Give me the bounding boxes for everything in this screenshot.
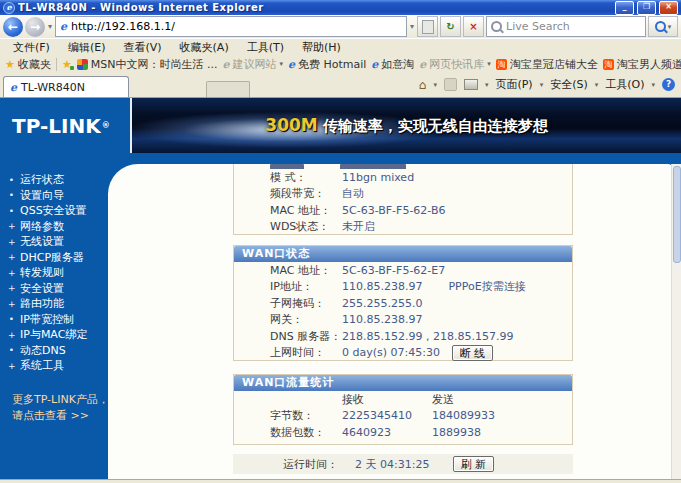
sidebar-item-ip-bandwidth-control[interactable]: •IP带宽控制 (0, 312, 108, 328)
favorite-item-msn[interactable]: MSN中文网：时尚生活 ... (77, 57, 218, 72)
bullet-icon: + (8, 221, 15, 231)
window-title: TL-WR840N - Windows Internet Explorer (18, 2, 612, 13)
favorites-button[interactable]: ★ 收藏夹 (5, 57, 51, 72)
sidebar-item-qss-security[interactable]: •QSS安全设置 (0, 203, 108, 219)
wan-traffic-box: WAN口流量统计 接收 发送 字节数： 2225345410 184089933… (233, 374, 573, 445)
page-scrollbar[interactable] (671, 164, 681, 479)
ie-page-icon: e (288, 58, 295, 71)
sidebar-item-wireless-settings[interactable]: +无线设置 (0, 234, 108, 250)
favorite-item-taobao-men[interactable]: 淘 淘宝男人频道-淘宝网最... (603, 57, 681, 72)
sidebar-item-forwarding-rules[interactable]: +转发规则 (0, 265, 108, 281)
traffic-header-row: 接收 发送 (234, 391, 572, 408)
send-column-header: 发送 (432, 392, 454, 407)
sidebar-item-dhcp-server[interactable]: +DHCP服务器 (0, 250, 108, 266)
menu-help[interactable]: 帮助(H) (294, 40, 349, 55)
command-bar: ⌂ ▾ ▾ 页面(P) ▾ 安全(S) ▾ 工具(O) ▾ ? (419, 77, 675, 92)
new-tab-button[interactable] (206, 81, 250, 97)
recent-pages-dropdown[interactable]: ▾ (47, 22, 53, 31)
wan-traffic-header: WAN口流量统计 (234, 375, 572, 391)
wan-status-header: WAN口状态 (234, 246, 572, 262)
search-placeholder: Live Search (506, 20, 570, 33)
menu-edit[interactable]: 编辑(E) (60, 40, 114, 55)
favorite-item-webslice-gallery[interactable]: e 网页快讯库 ▾ (419, 57, 491, 72)
sidebar-item-dynamic-dns[interactable]: •动态DNS (0, 343, 108, 359)
sidebar-menu: •运行状态 •设置向导 •QSS安全设置 +网络参数 +无线设置 +DHCP服务… (0, 172, 108, 424)
safety-dropdown-icon: ▾ (595, 81, 599, 89)
search-icon (491, 21, 502, 32)
runtime-value: 2 天 04:31:25 (355, 457, 441, 472)
disconnect-button[interactable]: 断 线 (452, 345, 493, 361)
compatibility-view-button[interactable] (417, 16, 438, 37)
close-button[interactable]: × (659, 1, 678, 15)
print-icon[interactable] (464, 79, 478, 90)
more-products-link[interactable]: 更多TP-LINK产品， 请点击查看 >> (0, 392, 108, 424)
bullet-icon: • (8, 206, 15, 216)
tools-menu[interactable]: 工具(O) (605, 77, 644, 92)
address-bar[interactable]: e http://192.168.1.1/ (55, 16, 407, 37)
sidebar-item-system-tools[interactable]: +系统工具 (0, 358, 108, 374)
menu-favorites[interactable]: 收藏夹(A) (172, 40, 237, 55)
home-icon[interactable]: ⌂ (419, 78, 427, 92)
page-menu[interactable]: 页面(P) (495, 77, 532, 92)
sidebar-item-setup-wizard[interactable]: •设置向导 (0, 188, 108, 204)
tab-tl-wr840n[interactable]: e TL-WR840N (3, 76, 129, 97)
bullet-icon: • (8, 175, 15, 185)
wan-row: DNS 服务器：218.85.152.99 , 218.85.157.99 (234, 328, 572, 345)
wan-row: 网关：110.85.238.97 (234, 312, 572, 329)
bullet-icon: + (8, 361, 15, 371)
tools-dropdown-icon: ▾ (651, 81, 655, 89)
scrollbar-thumb[interactable] (673, 166, 681, 263)
search-go-button[interactable]: ▾ (648, 16, 678, 37)
bullet-icon: • (8, 345, 15, 355)
tab-title: TL-WR840N (21, 81, 85, 94)
menu-view[interactable]: 查看(V) (115, 40, 169, 55)
status-row: 模 式：11bgn mixed (234, 169, 572, 186)
title-bar: e TL-WR840N - Windows Internet Explorer … (0, 0, 681, 15)
banner-image: 300M传输速率，实现无线自由连接梦想 (132, 98, 681, 153)
bullet-icon: + (8, 252, 15, 262)
sidebar-item-running-status[interactable]: •运行状态 (0, 172, 108, 188)
favorites-label: 收藏夹 (18, 57, 51, 72)
sidebar-item-network-params[interactable]: +网络参数 (0, 219, 108, 235)
favorite-item-hotmail[interactable]: e 免费 Hotmail (288, 57, 366, 72)
chevron-down-icon: ▾ (279, 60, 283, 68)
minimize-button[interactable]: _ (615, 1, 634, 15)
favorite-item-taobao-crown[interactable]: 淘 淘宝皇冠店铺大全 (496, 57, 598, 72)
menu-tools[interactable]: 工具(T) (239, 40, 292, 55)
status-bar (0, 479, 681, 483)
address-dropdown[interactable]: ▾ (409, 22, 415, 31)
safety-menu[interactable]: 安全(S) (550, 77, 588, 92)
search-input[interactable]: Live Search (486, 16, 646, 37)
bullet-icon: • (8, 190, 15, 200)
sidebar-item-security-settings[interactable]: +安全设置 (0, 281, 108, 297)
forward-button[interactable]: → (25, 17, 45, 37)
traffic-row: 数据包数： 4640923 1889938 (234, 424, 572, 441)
print-dropdown-icon[interactable]: ▾ (485, 81, 489, 89)
feeds-icon[interactable] (444, 78, 457, 91)
separator (56, 58, 57, 71)
menu-bar: 文件(F) 编辑(E) 查看(V) 收藏夹(A) 工具(T) 帮助(H) (0, 38, 681, 55)
bullet-icon: + (8, 237, 15, 247)
navigation-bar: ← → ▾ e http://192.168.1.1/ ▾ ↻ × Live S… (0, 15, 681, 38)
home-dropdown-icon[interactable]: ▾ (433, 81, 437, 89)
bullet-icon: + (8, 330, 15, 340)
page-dropdown-icon: ▾ (540, 81, 544, 89)
favorite-item-ruyitao[interactable]: e 如意淘 (371, 57, 414, 72)
header-banner: TP-LINK® 300M传输速率，实现无线自由连接梦想 (0, 98, 681, 153)
menu-file[interactable]: 文件(F) (5, 40, 58, 55)
maximize-button[interactable]: ❐ (637, 1, 656, 15)
sidebar-item-routing-function[interactable]: +路由功能 (0, 296, 108, 312)
status-row: 频段带宽：自动 (234, 186, 572, 203)
refresh-page-button[interactable]: 刷 新 (453, 456, 494, 472)
add-favorite-icon[interactable]: ★ (62, 58, 72, 71)
wireless-status-box: 模 式：11bgn mixed 频段带宽：自动 MAC 地址：5C-63-BF-… (233, 164, 573, 235)
help-icon[interactable]: ? (662, 78, 675, 91)
favorite-item-suggested-sites[interactable]: e 建议网站 ▾ (222, 57, 283, 72)
favorites-bar: ★ 收藏夹 ★ MSN中文网：时尚生活 ... e 建议网站 ▾ e 免费 Ho… (0, 55, 681, 73)
refresh-button[interactable]: ↻ (440, 16, 461, 37)
sidebar-item-ip-mac-binding[interactable]: +IP与MAC绑定 (0, 327, 108, 343)
search-go-icon (655, 21, 666, 32)
stop-button[interactable]: × (463, 16, 484, 37)
wan-row: MAC 地址：5C-63-BF-F5-62-E7 (234, 262, 572, 279)
back-button[interactable]: ← (3, 17, 23, 37)
